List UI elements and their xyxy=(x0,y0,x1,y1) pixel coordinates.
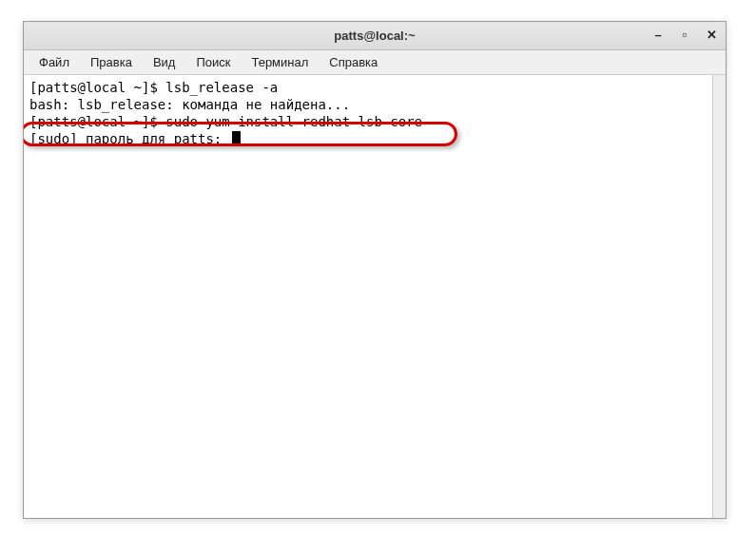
close-button[interactable]: ✕ xyxy=(705,28,718,41)
cursor-icon xyxy=(232,131,241,146)
terminal-line: [patts@local ~]$ sudo yum install redhat… xyxy=(29,113,720,130)
menu-terminal[interactable]: Терминал xyxy=(242,52,318,72)
window-controls: – ▫ ✕ xyxy=(651,28,718,41)
terminal-line: [patts@local ~]$ lsb_release -a xyxy=(29,79,720,96)
menubar: Файл Правка Вид Поиск Терминал Справка xyxy=(24,50,726,75)
window-title: patts@local:~ xyxy=(334,29,415,43)
terminal-line: [sudo] пароль для patts: xyxy=(29,130,720,147)
menu-edit[interactable]: Правка xyxy=(81,52,142,72)
terminal-line: bash: lsb_release: команда не найдена... xyxy=(29,96,720,113)
maximize-button[interactable]: ▫ xyxy=(678,28,691,41)
menu-view[interactable]: Вид xyxy=(144,52,185,72)
menu-search[interactable]: Поиск xyxy=(186,52,240,72)
terminal-window: patts@local:~ – ▫ ✕ Файл Правка Вид Поис… xyxy=(23,21,727,519)
scrollbar[interactable] xyxy=(712,75,726,518)
menu-file[interactable]: Файл xyxy=(29,52,79,72)
menu-help[interactable]: Справка xyxy=(320,52,387,72)
minimize-button[interactable]: – xyxy=(651,28,665,41)
titlebar: patts@local:~ – ▫ ✕ xyxy=(24,22,726,50)
terminal-output[interactable]: [patts@local ~]$ lsb_release -a bash: ls… xyxy=(24,75,726,518)
